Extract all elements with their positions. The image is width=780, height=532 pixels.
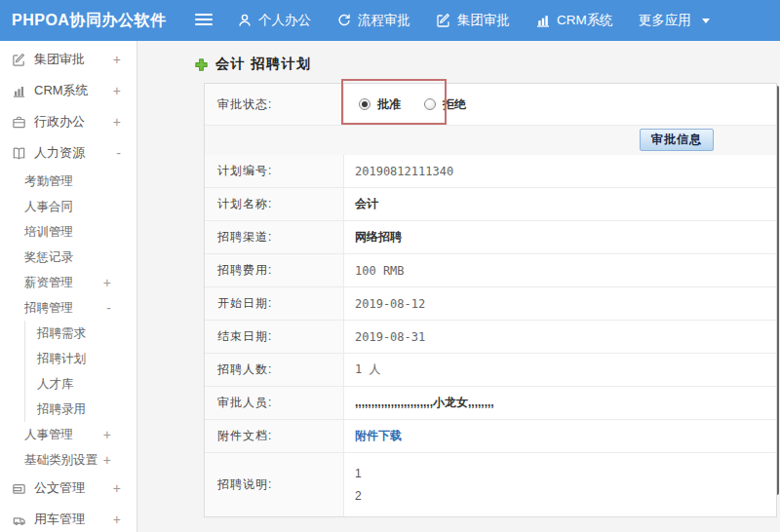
field-value-text: 20190812111340 — [355, 165, 453, 178]
sidebar-item-label: 人力资源 — [34, 144, 85, 162]
expand-icon[interactable]: + — [103, 453, 111, 467]
sidebar-item-5[interactable]: 考勤管理 — [0, 169, 136, 194]
sidebar-item-label: 培训管理 — [24, 224, 73, 241]
expand-icon[interactable]: + — [113, 481, 121, 495]
sidebar-item-12[interactable]: 招聘计划 — [24, 346, 136, 371]
chart-icon — [535, 13, 551, 28]
sidebar-item-15[interactable]: 人事管理+ — [0, 422, 136, 447]
expand-icon[interactable]: + — [113, 53, 121, 66]
field-value-text: 2019-08-31 — [355, 330, 425, 344]
sidebar-item-label: 基础类别设置 — [24, 452, 98, 469]
approval-radio-group: 批准 拒绝 — [344, 84, 776, 125]
app-brand[interactable]: PHPOA协同办公软件 — [12, 0, 166, 41]
field-value-text: 会计 — [355, 196, 378, 212]
topbar-item-label: 个人办公 — [258, 12, 311, 29]
field-row: 审批人员:,,,,,,,,,,,,,,,,,,,,,,,,小龙女,,,,,,,, — [205, 386, 776, 419]
field-label: 审批人员: — [205, 387, 344, 419]
expand-icon[interactable]: + — [103, 276, 111, 289]
sidebar-item-label: 薪资管理 — [24, 275, 73, 291]
sidebar-item-6[interactable]: 人事合同 — [0, 194, 136, 219]
field-value-text: 2019-08-12 — [355, 297, 425, 311]
expand-icon[interactable]: + — [113, 513, 121, 526]
field-value: 2019-08-12 — [344, 287, 776, 320]
edit-icon — [12, 53, 26, 67]
radio-approve-icon[interactable] — [359, 98, 370, 110]
main-content: 会计 招聘计划 审批状态: 批准 拒绝 审批信息 计划编号:2019081211… — [137, 41, 780, 532]
radio-approve-label: 批准 — [377, 96, 401, 113]
field-label: 附件文档: — [205, 420, 344, 452]
sidebar-item-label: 行政办公 — [34, 113, 85, 131]
field-value: 12 — [344, 453, 776, 516]
field-value: 会计 — [344, 188, 776, 220]
sidebar-item-4[interactable]: 人力资源- — [0, 137, 136, 169]
sidebar-item-9[interactable]: 薪资管理+ — [0, 270, 136, 295]
topbar-item-label: CRM系统 — [557, 12, 613, 29]
expand-icon[interactable]: + — [113, 115, 121, 129]
field-value: 网络招聘 — [344, 221, 776, 253]
topbar-item-1[interactable]: 个人办公 — [237, 12, 311, 29]
topbar-item-label: 更多应用 — [639, 12, 691, 29]
field-row: 开始日期:2019-08-12 — [205, 286, 776, 320]
topbar-item-4[interactable]: CRM系统 — [535, 12, 613, 29]
field-label: 招聘人数: — [205, 354, 344, 386]
topbar-item-5[interactable]: 更多应用 — [639, 12, 710, 29]
field-label: 审批状态: — [205, 84, 344, 125]
expand-icon[interactable]: + — [113, 84, 121, 97]
sidebar-item-label: 招聘计划 — [37, 351, 86, 367]
sidebar-item-label: 集团审批 — [34, 51, 85, 68]
field-value: 100 RMB — [344, 254, 776, 286]
sidebar-item-10[interactable]: 招聘管理- — [0, 295, 136, 321]
field-value-line: 2 — [355, 489, 362, 503]
wallet-icon — [12, 481, 26, 496]
expand-icon[interactable]: + — [103, 428, 111, 441]
sidebar-item-label: 人事管理 — [24, 427, 73, 443]
radio-reject-icon[interactable] — [424, 98, 436, 110]
sidebar-item-label: CRM系统 — [34, 82, 89, 99]
sidebar-item-14[interactable]: 招聘录用 — [24, 397, 136, 422]
hamburger-icon[interactable] — [195, 14, 213, 27]
radio-approve[interactable]: 批准 — [359, 96, 401, 113]
sidebar-item-1[interactable]: 集团审批+ — [0, 44, 136, 75]
sidebar-item-13[interactable]: 人才库 — [24, 371, 136, 397]
cycle-icon — [336, 13, 352, 28]
sidebar-item-18[interactable]: 用车管理+ — [0, 504, 136, 532]
sidebar-item-label: 考勤管理 — [24, 173, 73, 190]
radio-reject-label: 拒绝 — [443, 96, 466, 113]
field-label: 计划编号: — [205, 155, 344, 187]
sidebar-menu: 集团审批+CRM系统+行政办公+人力资源-考勤管理人事合同培训管理奖惩记录薪资管… — [0, 44, 136, 532]
topbar-item-label: 集团审批 — [457, 12, 510, 29]
sidebar-item-17[interactable]: 公文管理+ — [0, 473, 136, 504]
field-row: 计划名称:会计 — [205, 187, 776, 220]
sidebar-item-7[interactable]: 培训管理 — [0, 219, 136, 245]
field-value: 1 人 — [344, 354, 776, 386]
field-value-line: 1 — [355, 467, 362, 480]
person-icon — [237, 13, 253, 28]
field-label: 计划名称: — [205, 188, 344, 220]
chart-icon — [12, 84, 26, 98]
sidebar-item-16[interactable]: 基础类别设置+ — [0, 447, 136, 473]
add-plus-icon — [194, 57, 209, 72]
sidebar-item-8[interactable]: 奖惩记录 — [0, 245, 136, 270]
field-row: 招聘费用:100 RMB — [205, 253, 776, 286]
sidebar-item-label: 招聘录用 — [37, 401, 86, 418]
sidebar-item-label: 招聘需求 — [37, 325, 86, 342]
attachment-download-link[interactable]: 附件下载 — [355, 428, 402, 444]
collapse-icon[interactable]: - — [116, 146, 121, 160]
sidebar-item-2[interactable]: CRM系统+ — [0, 75, 136, 106]
field-rows: 计划编号:20190812111340计划名称:会计招聘渠道:网络招聘招聘费用:… — [205, 155, 776, 516]
page-title: 会计 招聘计划 — [215, 56, 311, 73]
sidebar-item-3[interactable]: 行政办公+ — [0, 106, 136, 137]
sidebar: 集团审批+CRM系统+行政办公+人力资源-考勤管理人事合同培训管理奖惩记录薪资管… — [0, 41, 137, 532]
topbar-menu: 个人办公流程审批集团审批CRM系统更多应用 — [237, 0, 710, 41]
field-row: 招聘渠道:网络招聘 — [205, 220, 776, 253]
topbar: PHPOA协同办公软件 个人办公流程审批集团审批CRM系统更多应用 — [0, 0, 780, 41]
sidebar-item-label: 公文管理 — [34, 479, 85, 497]
collapse-icon[interactable]: - — [106, 301, 111, 315]
sidebar-item-label: 人事合同 — [24, 199, 73, 215]
approval-info-button[interactable]: 审批信息 — [640, 129, 714, 151]
radio-reject[interactable]: 拒绝 — [424, 96, 466, 113]
field-label: 开始日期: — [205, 287, 344, 320]
sidebar-item-11[interactable]: 招聘需求 — [24, 321, 136, 346]
topbar-item-2[interactable]: 流程审批 — [336, 12, 410, 29]
topbar-item-3[interactable]: 集团审批 — [436, 12, 510, 29]
